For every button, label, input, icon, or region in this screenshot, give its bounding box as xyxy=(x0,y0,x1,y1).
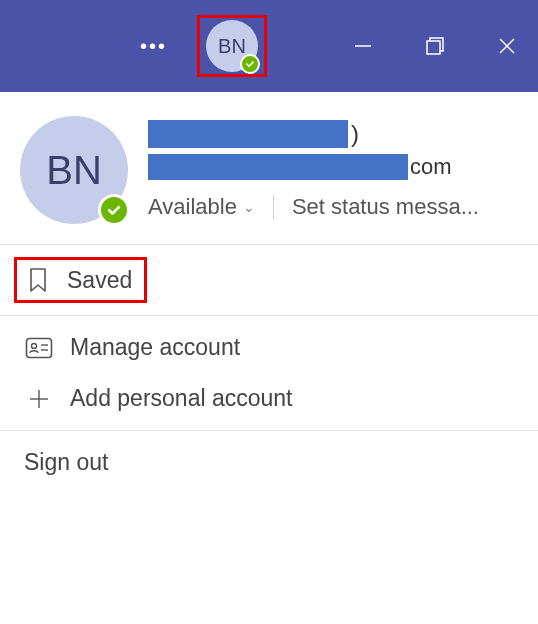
more-icon[interactable]: ••• xyxy=(140,35,167,58)
svg-rect-5 xyxy=(27,338,52,357)
account-section: Manage account Add personal account xyxy=(0,316,538,430)
plus-icon xyxy=(24,387,54,411)
email-suffix: com xyxy=(410,154,452,180)
saved-label: Saved xyxy=(67,267,132,294)
saved-item[interactable]: Saved xyxy=(14,257,147,303)
bookmark-icon xyxy=(23,266,53,294)
avatar-large[interactable]: BN xyxy=(20,116,128,224)
email-row: com xyxy=(148,154,518,180)
profile-section: BN ) com Available ⌄ Set status messa... xyxy=(0,92,538,244)
manage-account-item[interactable]: Manage account xyxy=(0,322,538,373)
close-button[interactable] xyxy=(496,35,518,57)
sign-out-label: Sign out xyxy=(24,449,108,475)
titlebar: ••• BN xyxy=(0,0,538,92)
name-redacted xyxy=(148,120,348,148)
id-card-icon xyxy=(24,337,54,359)
presence-label: Available xyxy=(148,194,237,220)
chevron-down-icon: ⌄ xyxy=(243,199,255,215)
window-controls xyxy=(352,35,518,57)
manage-account-label: Manage account xyxy=(70,334,240,361)
set-status-message[interactable]: Set status messa... xyxy=(292,194,479,220)
presence-available-icon xyxy=(240,54,260,74)
sign-out-item[interactable]: Sign out xyxy=(0,431,538,494)
svg-rect-2 xyxy=(427,41,440,54)
status-row: Available ⌄ Set status messa... xyxy=(148,194,518,220)
add-personal-label: Add personal account xyxy=(70,385,293,412)
avatar-small-initials: BN xyxy=(218,35,246,58)
avatar-highlight-box: BN xyxy=(197,15,267,77)
minimize-button[interactable] xyxy=(352,35,374,57)
svg-point-6 xyxy=(32,343,37,348)
saved-section: Saved xyxy=(0,245,538,315)
name-row: ) xyxy=(148,120,518,148)
name-suffix: ) xyxy=(351,120,359,148)
presence-available-icon xyxy=(98,194,130,226)
titlebar-left: ••• BN xyxy=(140,15,267,77)
presence-selector[interactable]: Available ⌄ xyxy=(148,194,255,220)
maximize-button[interactable] xyxy=(424,35,446,57)
avatar-large-initials: BN xyxy=(46,148,102,193)
avatar-small[interactable]: BN xyxy=(206,20,258,72)
status-message-label: Set status messa... xyxy=(292,194,479,220)
profile-info: ) com Available ⌄ Set status messa... xyxy=(148,116,518,220)
email-redacted xyxy=(148,154,408,180)
add-personal-account-item[interactable]: Add personal account xyxy=(0,373,538,424)
separator xyxy=(273,195,274,219)
